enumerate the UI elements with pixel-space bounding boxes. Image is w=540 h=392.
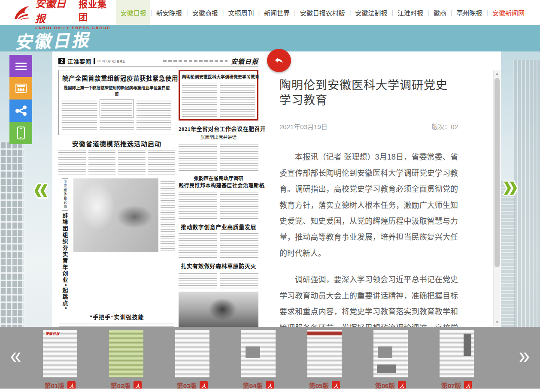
thumbnail-image <box>241 330 276 377</box>
thumbnail-masthead: 安徽日报 <box>45 331 60 336</box>
nav-item-xinan-evening[interactable]: 新安晚报 <box>152 0 186 25</box>
digital-industry-article: 推动数字创意产业高质量发展 <box>179 223 258 258</box>
article-scrollbar[interactable]: ▲ ▼ <box>493 70 501 326</box>
lead-subheadline: 是国际上第一个获批临床使用的新冠病毒重组亚单位蛋白疫苗 <box>62 84 171 96</box>
top-header: 安徽日报 报业集团 ANHUI DAILY PRESS GROUP 安徽日报 |… <box>0 0 540 25</box>
menu-button[interactable] <box>9 55 32 77</box>
newsprint-text-block <box>100 120 134 131</box>
back-arrow-icon <box>273 55 285 66</box>
photo-story-row: 中央媒体看安徽 蚌埠团组织夯实青年创业“起跳点” <box>58 178 175 310</box>
newsprint-text-block <box>88 150 116 175</box>
lead-headline: 皖产全国首款重组新冠疫苗获批紧急使用 <box>62 73 171 82</box>
nav-item-legal-news[interactable]: 安徽法制报 <box>351 0 391 25</box>
paper-masthead: 安徽日报 <box>231 57 258 66</box>
taiwan-headline: 2021年全省对台工作会议在肥召开 <box>179 124 258 133</box>
thumbnail-image <box>373 330 408 377</box>
article-edition: 版次：02 <box>431 122 458 131</box>
page-thumbnail-03[interactable]: 第03版 人 <box>166 330 219 390</box>
thumbnail-image <box>175 330 209 377</box>
scrollbar-up-arrow[interactable]: ▲ <box>494 70 501 77</box>
newspaper-page-header: 2 江淮要闻 2021年3月19日 星期五 安徽日报 <box>58 57 258 65</box>
robot-training-photo <box>73 178 158 252</box>
page-thumbnail-06[interactable]: 第06版 人 <box>364 330 417 390</box>
nav-item-huishang[interactable]: 徽商 <box>429 0 451 25</box>
thumbnail-image <box>307 330 342 377</box>
newsprint-text-block <box>220 272 258 289</box>
thumbnails-scroll-left-arrow[interactable]: « <box>10 344 21 367</box>
zhang-headline: 践行民惟邦本构建基层社会治理新格局 <box>179 181 258 189</box>
mobile-button[interactable] <box>9 122 32 144</box>
page-thumbnail-07[interactable]: 第07版 人 <box>430 330 483 390</box>
newsprint-text-block <box>58 150 86 175</box>
nav-item-anhui-news-net[interactable]: 安徽新闻网 <box>488 0 529 25</box>
nav-item-bozhou-evening[interactable]: 亳州晚报 <box>452 0 486 25</box>
reader-panel: 2 江淮要闻 2021年3月19日 星期五 安徽日报 皖产全国首款重组新冠疫苗获… <box>52 51 501 327</box>
newsprint-text-block <box>182 82 217 117</box>
central-media-tag: 中央媒体看安徽 <box>62 178 68 211</box>
nav-item-jianghuai-times[interactable]: 江淮时报 <box>393 0 428 25</box>
back-button[interactable] <box>267 49 291 72</box>
highlighted-article-headline: 陶明伦到安徽医科大学调研党史学习教育 <box>182 74 255 80</box>
page-thumbnail-05[interactable]: 第05版 人 <box>298 330 351 390</box>
article-divider <box>279 137 458 137</box>
taiwan-meeting-article: 2021年全省对台工作会议在肥召开 张西明出席并讲话 <box>179 124 258 171</box>
article-panel: 陶明伦到安徽医科大学调研党史学习教育 2021年03月19日 版次：02 本报讯… <box>265 52 501 327</box>
newsprint-text-block <box>179 233 217 258</box>
forest-fire-article: 扎实有效做好森林草原防灭火 <box>179 262 258 337</box>
page-thumbnail-01[interactable]: 安徽日报 第01版 人 <box>33 330 87 390</box>
zhang-kicker: 张韵声在省民政厅调研 <box>179 175 258 181</box>
newsprint-text-block <box>62 100 97 131</box>
digital-headline: 推动数字创意产业高质量发展 <box>179 223 258 231</box>
lead-article: 皖产全国首款重组新冠疫苗获批紧急使用 是国际上第一个获批临床使用的新冠病毒重组亚… <box>58 70 175 135</box>
newsprint-text-block <box>220 142 258 171</box>
page-number-badge: 2 <box>58 58 65 64</box>
previous-page-arrow[interactable]: « <box>33 172 48 205</box>
next-page-arrow[interactable]: » <box>503 169 518 202</box>
logo-en: ANHUI DAILY PRESS GROUP <box>35 26 116 30</box>
scrollbar-thumb[interactable] <box>494 78 500 267</box>
page-thumbnail-04[interactable]: 第04版 人 <box>232 330 285 390</box>
calendar-button[interactable] <box>9 77 32 100</box>
bottom-strip <box>0 389 540 392</box>
taiwan-subheadline: 张西明出席并讲话 <box>179 134 258 140</box>
article-date: 2021年03月19日 <box>279 122 328 131</box>
nav-item-anhui-business[interactable]: 安徽商报 <box>188 0 222 25</box>
newsprint-text-block <box>179 272 217 289</box>
thumbnails-scroll-right-arrow[interactable]: » <box>519 344 530 367</box>
logo-cn: 安徽日报 <box>35 0 76 25</box>
newsprint-text-block <box>161 178 175 252</box>
newsprint-text-block <box>179 191 217 219</box>
page: 安徽日报 报业集团 ANHUI DAILY PRESS GROUP 安徽日报 |… <box>0 0 540 392</box>
nav-item-digest-weekly[interactable]: 文摘周刊 <box>224 0 258 25</box>
share-button[interactable] <box>9 100 32 122</box>
thumbnail-image <box>109 330 143 377</box>
scrollbar-down-arrow[interactable]: ▼ <box>494 319 501 326</box>
masthead-calligraphy: 安徽日报 <box>14 26 91 54</box>
photo-credit-line <box>59 323 174 327</box>
newsprint-text-column <box>100 100 134 131</box>
side-toolbar <box>9 55 32 144</box>
share-icon <box>15 106 27 116</box>
newsprint-text-block <box>148 150 176 175</box>
forest-headline: 扎实有效做好森林草原防灭火 <box>179 262 258 270</box>
newspaper-page-image[interactable]: 2 江淮要闻 2021年3月19日 星期五 安徽日报 皖产全国首款重组新冠疫苗获… <box>55 56 262 323</box>
newsprint-text-block <box>220 233 258 258</box>
page-thumbnail-02[interactable]: 第02版 人 <box>100 330 153 390</box>
newsprint-text-block <box>118 150 146 175</box>
mobile-icon <box>17 127 25 139</box>
newsprint-text-block <box>220 82 255 117</box>
nav-item-news-world[interactable]: 新闻世界 <box>260 0 294 25</box>
logo-flame-icon <box>12 4 32 21</box>
nav-item-rural-edition[interactable]: 安徽日报农村版 <box>296 0 349 25</box>
excavator-photo <box>179 292 258 331</box>
menu-icon <box>15 61 27 72</box>
paper-rule <box>58 66 258 67</box>
logo-text: 安徽日报 报业集团 ANHUI DAILY PRESS GROUP <box>35 0 116 30</box>
section-divider <box>94 58 95 64</box>
highlighted-article-box[interactable]: 陶明伦到安徽医科大学调研党史学习教育 <box>179 70 258 121</box>
newsprint-text-block <box>179 142 217 171</box>
paper-nav-links-placeholder <box>163 60 228 62</box>
page-thumbnail-bar: « » 安徽日报 第01版 人 第02版 人 第03版 人 <box>0 327 540 389</box>
press-group-logo[interactable]: 安徽日报 报业集团 ANHUI DAILY PRESS GROUP <box>12 0 116 30</box>
nav-item-anhui-daily[interactable]: 安徽日报 <box>116 0 150 25</box>
